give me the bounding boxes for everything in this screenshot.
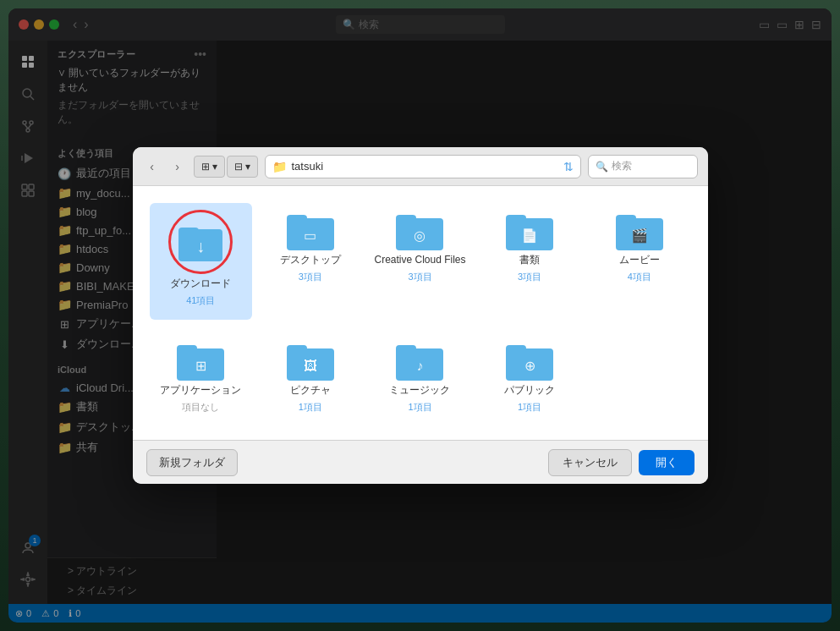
view-toggle: ⊞ ▾ ⊟ ▾ — [194, 156, 258, 178]
file-grid: ↓ ダウンロード 41項目 ▭ デスクトップ 3項目 — [133, 186, 708, 440]
pictures-label: ピクチャ — [290, 384, 331, 398]
creative-cloud-folder-icon: ◎ — [396, 210, 443, 250]
selected-ring: ↓ — [168, 210, 233, 274]
dialog-overlay: ‹ › ⊞ ▾ ⊟ ▾ 📁 tatsuki ⇅ 🔍 検索 — [0, 0, 840, 631]
file-item-public[interactable]: ⊕ パブリック 1項目 — [478, 333, 581, 426]
new-folder-button[interactable]: 新規フォルダ — [146, 449, 238, 476]
documents-folder-icon: 📄 — [506, 210, 553, 250]
dialog-search-placeholder: 検索 — [612, 159, 632, 173]
file-item-movies[interactable]: 🎬 ムービー 4項目 — [588, 203, 691, 320]
movies-folder-icon: 🎬 — [616, 210, 663, 250]
dialog-back-button[interactable]: ‹ — [143, 157, 162, 176]
cancel-button[interactable]: キャンセル — [548, 449, 632, 476]
list-view-chevron: ▾ — [245, 161, 250, 173]
creative-cloud-label: Creative Cloud Files — [374, 254, 465, 267]
documents-count: 3項目 — [518, 271, 541, 283]
list-icon: ⊟ — [234, 161, 243, 173]
dialog-search-bar[interactable]: 🔍 検索 — [588, 155, 698, 178]
location-arrows-icon: ⇅ — [563, 160, 574, 173]
list-view-button[interactable]: ⊟ ▾ — [227, 156, 258, 178]
music-folder-icon: ♪ — [396, 340, 443, 381]
applications-label: アプリケーション — [160, 384, 241, 398]
applications-count: 項目なし — [182, 401, 219, 414]
file-open-dialog: ‹ › ⊞ ▾ ⊟ ▾ 📁 tatsuki ⇅ 🔍 検索 — [133, 147, 708, 484]
creative-cloud-count: 3項目 — [408, 271, 431, 283]
file-item-applications[interactable]: ⊞ アプリケーション 項目なし — [150, 333, 253, 426]
downloads-label: ダウンロード — [170, 277, 231, 291]
music-label: ミュージック — [389, 384, 450, 398]
public-label: パブリック — [504, 384, 555, 398]
public-count: 1項目 — [518, 401, 541, 414]
applications-folder-icon: ⊞ — [177, 340, 224, 381]
desktop-label: デスクトップ — [280, 254, 341, 267]
location-folder-icon: 📁 — [272, 160, 287, 173]
dialog-toolbar: ‹ › ⊞ ▾ ⊟ ▾ 📁 tatsuki ⇅ 🔍 検索 — [133, 147, 708, 186]
movies-label: ムービー — [619, 254, 660, 267]
desktop-folder-icon: ▭ — [287, 210, 334, 250]
grid-view-chevron: ▾ — [212, 161, 217, 173]
file-item-pictures[interactable]: 🖼 ピクチャ 1項目 — [259, 333, 362, 426]
music-count: 1項目 — [408, 401, 431, 414]
grid-icon: ⊞ — [201, 161, 210, 173]
open-button[interactable]: 開く — [639, 450, 695, 475]
desktop-count: 3項目 — [299, 271, 322, 283]
file-item-creative-cloud[interactable]: ◎ Creative Cloud Files 3項目 — [369, 203, 472, 320]
dialog-footer: 新規フォルダ キャンセル 開く — [133, 440, 708, 484]
public-folder-icon: ⊕ — [506, 340, 553, 381]
location-bar[interactable]: 📁 tatsuki ⇅ — [265, 155, 581, 178]
file-item-music[interactable]: ♪ ミュージック 1項目 — [369, 333, 472, 426]
grid-view-button[interactable]: ⊞ ▾ — [194, 156, 225, 178]
pictures-folder-icon: 🖼 — [287, 340, 334, 381]
file-item-downloads[interactable]: ↓ ダウンロード 41項目 — [150, 203, 253, 320]
location-text: tatsuki — [292, 160, 558, 173]
downloads-folder-icon: ↓ — [178, 222, 222, 261]
downloads-count: 41項目 — [186, 294, 215, 307]
documents-label: 書類 — [519, 254, 540, 267]
file-item-documents[interactable]: 📄 書類 3項目 — [478, 203, 581, 320]
pictures-count: 1項目 — [299, 401, 322, 414]
dialog-search-icon: 🔍 — [596, 161, 608, 173]
movies-count: 4項目 — [628, 271, 651, 283]
dialog-forward-button[interactable]: › — [168, 157, 187, 176]
file-item-desktop[interactable]: ▭ デスクトップ 3項目 — [259, 203, 362, 320]
